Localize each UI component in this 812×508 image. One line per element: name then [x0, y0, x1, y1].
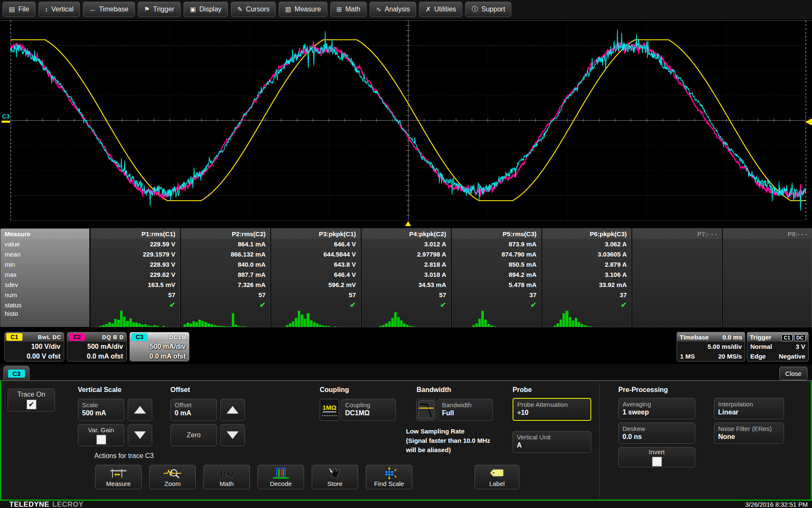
action-button-label: Store	[327, 480, 343, 487]
channel-descriptor-c1[interactable]: C1 BwL DC 100 V/div 0.00 V ofst	[4, 332, 64, 362]
analysis-chart-icon: ∿	[376, 6, 381, 13]
var-gain-checkbox[interactable]	[96, 435, 106, 444]
measure-action-button[interactable]: Measure	[95, 465, 142, 489]
offset-down-button[interactable]	[220, 424, 245, 446]
menu-item-math[interactable]: ⊞ Math	[330, 2, 367, 17]
measure-column-p1[interactable]: P1:rms(C1)229.59 V229.1579 V228.93 V229.…	[90, 228, 180, 327]
channel-offset: 0.0 mA ofst	[67, 351, 126, 361]
action-button-label: Math	[219, 480, 233, 487]
menu-item-display[interactable]: ▣ Display	[184, 2, 228, 17]
status-bar: TELEDYNELECROY 3/26/2016 8:32:51 PM	[0, 501, 812, 508]
decode-action-button[interactable]: Decode	[258, 465, 304, 489]
menu-item-timebase[interactable]: ↔ Timebase	[83, 2, 135, 17]
channel-descriptor-c2[interactable]: C2 DQ B D 500 mA/div 0.0 mA ofst	[67, 332, 127, 362]
channel-offset: 0.0 mA ofst	[130, 351, 189, 361]
store-action-button[interactable]: Store	[312, 465, 358, 489]
vertical-arrows-icon: ↕	[45, 6, 48, 13]
tab-c3[interactable]: C3	[3, 366, 30, 381]
measure-column-p8[interactable]: P8:- - -	[722, 228, 812, 327]
math-action-button[interactable]: f(x) Math	[203, 465, 250, 489]
measure-column-p3[interactable]: P3:pkpk(C1)646.4 V644.5844 V643.8 V646.4…	[271, 228, 361, 327]
zoom-action-button[interactable]: Zoom	[149, 465, 196, 489]
invert-checkbox[interactable]	[652, 457, 662, 467]
measure-column-header: P2:rms(C2)	[181, 229, 270, 239]
scale-field[interactable]: Scale 500 mA	[78, 399, 124, 421]
timebase-descriptor[interactable]: Timebase 0.0 ms 5.00 ms/div 1 MS 20 MS/s	[677, 332, 745, 362]
deskew-field[interactable]: Deskew 0.0 ns	[618, 422, 695, 444]
measure-column-p2[interactable]: P2:rms(C2)864.1 mA866.132 mA840.0 mA887.…	[181, 228, 271, 327]
trigger-source-badge: C1	[782, 334, 792, 341]
tools-icon: ✗	[425, 6, 431, 13]
math-fx-icon: f(x)	[220, 467, 233, 480]
label-button[interactable]: Label	[475, 465, 519, 489]
waveform-grid[interactable]	[0, 19, 812, 228]
file-icon: ▤	[9, 6, 15, 13]
measure-column-header: P5:rms(C3)	[452, 229, 541, 239]
measure-table: Measurevaluemeanminmaxsdevnumstatushisto…	[0, 228, 812, 327]
status-check-icon: ✔	[271, 300, 360, 310]
measure-row-labels: Measurevaluemeanminmaxsdevnumstatushisto	[0, 228, 90, 327]
menu-item-file[interactable]: ▤ File	[3, 2, 36, 17]
close-button[interactable]: Close	[779, 367, 807, 380]
measure-column-p7[interactable]: P7:- - -	[632, 228, 722, 327]
scale-up-button[interactable]	[128, 399, 152, 421]
calculator-icon: ⊞	[337, 6, 342, 13]
panel-divider	[599, 383, 600, 498]
offset-up-button[interactable]	[220, 399, 245, 421]
up-arrow-icon	[134, 406, 146, 414]
measure-column-p4[interactable]: P4:pkpk(C2)3.012 A2.97798 A2.818 A3.018 …	[361, 228, 451, 327]
measure-column-p6[interactable]: P6:pkpk(C3)3.062 A3.03605 A2.879 A3.106 …	[542, 228, 632, 327]
averaging-field[interactable]: Averaging 1 sweep	[618, 398, 695, 419]
measure-column-header: P7:- - -	[632, 229, 721, 239]
descriptor-strip: Timebase 0.0 ms 5.00 ms/div 1 MS 20 MS/s…	[0, 331, 812, 363]
section-coupling: Coupling	[320, 386, 349, 394]
histogram	[271, 310, 360, 328]
zero-button[interactable]: Zero	[170, 424, 217, 446]
trace-on-button[interactable]: Trace On ✔	[8, 389, 55, 411]
section-probe: Probe	[513, 386, 532, 394]
histogram	[452, 310, 541, 328]
low-sampling-warning: Low Sampling Rate (Signal faster than 10…	[406, 427, 490, 455]
menu-item-trigger[interactable]: ⚑ Trigger	[138, 2, 181, 17]
menu-item-cursors[interactable]: ✎ Cursors	[231, 2, 276, 17]
offset-field[interactable]: Offset 0 mA	[170, 399, 217, 421]
status-check-icon	[723, 300, 812, 310]
timebase-delay: 0.0 ms	[722, 334, 742, 341]
menu-item-support[interactable]: ⓘ Support	[465, 2, 511, 17]
vertical-unit-field[interactable]: Vertical Unit A	[513, 431, 591, 453]
trigger-descriptor[interactable]: Trigger C1DC Normal 3 V Edge Negative	[747, 332, 809, 362]
menu-item-measure[interactable]: ▥ Measure	[279, 2, 327, 17]
status-check-icon	[632, 300, 721, 310]
menu-item-analysis[interactable]: ∿ Analysis	[370, 2, 416, 17]
noise-filter-field[interactable]: Noise Filter (ERes) None	[714, 422, 784, 444]
probe-attenuation-field[interactable]: Probe Attenuation ÷10	[513, 398, 591, 421]
coupling-impedance-icon: 1MΩ	[320, 399, 339, 421]
status-check-icon: ✔	[362, 300, 451, 310]
trigger-slope: Negative	[779, 351, 805, 361]
menu-item-utilities[interactable]: ✗ Utilities	[419, 2, 462, 17]
measure-caliper-icon	[110, 467, 127, 480]
menu-item-label: Cursors	[246, 6, 269, 13]
channel-descriptor-c3[interactable]: C3 DC1M 500 mA/div 0.0 mA ofst	[129, 332, 189, 362]
coupling-field[interactable]: Coupling DC1MΩ	[341, 399, 396, 421]
up-arrow-icon	[227, 406, 239, 414]
scale-down-button[interactable]	[128, 424, 152, 446]
measure-column-header: P3:pkpk(C1)	[271, 229, 360, 239]
zoom-waveform-icon	[163, 467, 182, 480]
measure-column-p5[interactable]: P5:rms(C3)873.9 mA874.790 mA850.5 mA894.…	[451, 228, 541, 327]
interpolation-field[interactable]: Interpolation Linear	[714, 398, 784, 419]
menu-bar: ▤ File ↕ Vertical ↔ Timebase ⚑ Trigger ▣…	[0, 0, 812, 19]
bandwidth-filter-icon	[417, 399, 436, 421]
var-gain-button[interactable]: Var. Gain	[78, 424, 124, 446]
trace-on-checkbox[interactable]: ✔	[27, 400, 36, 409]
menu-item-vertical[interactable]: ↕ Vertical	[38, 2, 80, 17]
find-scale-icon	[380, 467, 398, 480]
histogram	[362, 310, 451, 328]
trigger-mode: Normal	[750, 342, 772, 351]
bandwidth-field[interactable]: Bandwidth Full	[438, 399, 493, 421]
find-scale-action-button[interactable]: Find Scale	[366, 465, 412, 489]
label-tag-icon	[489, 467, 505, 480]
invert-button[interactable]: Invert	[618, 447, 695, 467]
measure-column-header: P4:pkpk(C2)	[362, 229, 451, 239]
histogram	[632, 310, 721, 328]
